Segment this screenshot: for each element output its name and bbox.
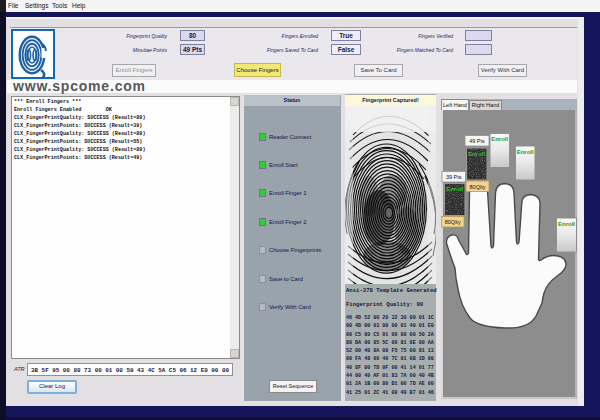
svg-text:39 Pts: 39 Pts bbox=[446, 174, 462, 180]
svg-text:80Qlty: 80Qlty bbox=[470, 184, 486, 190]
svg-text:Enroll: Enroll bbox=[517, 149, 534, 155]
svg-text:80Qlty: 80Qlty bbox=[445, 219, 461, 225]
svg-text:Enroll: Enroll bbox=[491, 136, 508, 142]
svg-text:Enroll: Enroll bbox=[446, 186, 463, 192]
svg-text:49 Pts: 49 Pts bbox=[469, 138, 485, 144]
svg-text:Enroll: Enroll bbox=[468, 151, 485, 157]
svg-text:Enroll: Enroll bbox=[558, 221, 575, 227]
